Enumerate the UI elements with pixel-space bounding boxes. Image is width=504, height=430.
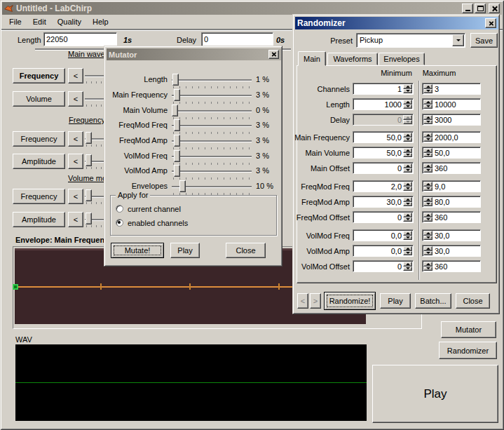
batch-button[interactable]: Batch... (415, 293, 451, 309)
close-icon[interactable] (489, 4, 500, 13)
volmod-frequency-prev-button[interactable]: < (68, 189, 83, 204)
save-button[interactable]: Save (470, 33, 498, 48)
volmod-freq-slider[interactable] (172, 156, 252, 157)
slider-thumb[interactable] (174, 89, 180, 101)
mutator-button[interactable]: Mutator (441, 321, 496, 338)
menu-file[interactable]: File (4, 16, 27, 27)
spinner[interactable] (423, 115, 433, 124)
slider-thumb[interactable] (174, 119, 180, 131)
freqmod-amp-max-field[interactable]: 80,0 (422, 196, 481, 208)
volmod-freq-max-field[interactable]: 30,0 (422, 229, 481, 241)
volmod-amplitude-prev-button[interactable]: < (68, 212, 83, 227)
main-offset-min-field[interactable]: 0 (353, 162, 414, 174)
enabled-channels-label[interactable]: enabled channels (128, 219, 188, 227)
spinner[interactable] (423, 213, 433, 222)
next-preset-button[interactable]: > (310, 293, 321, 309)
slider-thumb[interactable] (172, 74, 179, 86)
menu-quality[interactable]: Quality (52, 16, 87, 27)
spinner[interactable] (403, 197, 412, 206)
spinner[interactable] (403, 213, 412, 222)
spinner[interactable] (403, 100, 412, 109)
enabled-channels-radio[interactable] (116, 219, 123, 227)
volmod-amp-min-field[interactable]: 0,0 (353, 245, 414, 257)
freqmod-amplitude-prev-button[interactable]: < (68, 154, 83, 169)
spinner[interactable] (423, 182, 433, 191)
slider-thumb[interactable] (172, 105, 178, 116)
length-max-field[interactable]: 10000 (422, 98, 481, 110)
mutator-titlebar[interactable]: Mutator (107, 48, 281, 60)
randomizer-button[interactable]: Randomizer (439, 342, 497, 359)
delay-max-field[interactable]: 3000 (422, 114, 481, 126)
spinner[interactable] (403, 231, 412, 240)
slider-thumb[interactable] (174, 135, 180, 147)
spinner[interactable] (423, 262, 433, 271)
randomizer-play-button[interactable]: Play (380, 293, 411, 309)
volmod-freq-min-field[interactable]: 0,0 (353, 229, 414, 241)
menu-help[interactable]: Help (87, 16, 114, 27)
slider-thumb[interactable] (86, 132, 92, 144)
length-input[interactable] (43, 32, 117, 46)
mutator-close-button[interactable]: Close (226, 243, 266, 258)
current-channel-radio[interactable] (116, 205, 123, 213)
slider-thumb[interactable] (174, 165, 180, 177)
main-frequency-prev-button[interactable]: < (68, 68, 83, 83)
current-channel-label[interactable]: current channel (128, 205, 181, 213)
delay-input[interactable] (201, 32, 273, 46)
menu-edit[interactable]: Edit (27, 16, 52, 27)
slider-thumb[interactable] (86, 154, 92, 166)
main-offset-max-field[interactable]: 360 (422, 162, 481, 174)
main-frequency-button[interactable]: Frequency (13, 68, 65, 83)
freqmod-amp-min-field[interactable]: 30,0 (353, 196, 414, 208)
spinner[interactable] (403, 262, 412, 271)
spinner[interactable] (403, 148, 412, 157)
envelope-node[interactable] (13, 284, 18, 290)
volmod-amp-max-field[interactable]: 30,0 (422, 245, 481, 257)
randomize-button[interactable]: Randomize! (324, 292, 376, 310)
main-frequency-min-field[interactable]: 50,0 (353, 131, 414, 143)
channels-min-field[interactable]: 1 (353, 83, 414, 95)
maximize-icon[interactable] (475, 4, 486, 13)
play-button[interactable]: Play (372, 365, 498, 423)
spinner[interactable] (423, 100, 433, 109)
randomizer-close-button[interactable]: Close (456, 293, 490, 309)
volmod-offset-max-field[interactable]: 360 (422, 260, 481, 272)
mutate-button[interactable]: Mutate! (111, 243, 164, 258)
main-volume-button[interactable]: Volume (13, 91, 65, 107)
length-slider[interactable] (172, 79, 252, 81)
volmod-amp-slider[interactable] (172, 170, 252, 172)
length-min-field[interactable]: 1000 (353, 98, 414, 110)
mutator-play-button[interactable]: Play (170, 243, 200, 258)
freqmod-frequency-prev-button[interactable]: < (68, 131, 83, 147)
freqmod-offset-max-field[interactable]: 360 (422, 211, 481, 223)
close-icon[interactable] (485, 18, 496, 28)
spinner[interactable] (403, 133, 412, 142)
spinner[interactable] (423, 231, 433, 240)
main-volume-max-field[interactable]: 50,0 (422, 147, 481, 159)
freqmod-offset-min-field[interactable]: 0 (353, 211, 414, 223)
volmod-offset-min-field[interactable]: 0 (353, 260, 414, 272)
main-volume-min-field[interactable]: 50,0 (353, 147, 414, 159)
channels-max-field[interactable]: 3 (422, 83, 481, 95)
spinner[interactable] (403, 84, 412, 93)
freqmod-freq-max-field[interactable]: 9,0 (422, 180, 481, 192)
slider-thumb[interactable] (179, 180, 186, 192)
spinner[interactable] (423, 246, 433, 255)
prev-preset-button[interactable]: < (297, 293, 308, 309)
tab-envelopes[interactable]: Envelopes (379, 53, 425, 65)
spinner[interactable] (403, 163, 412, 173)
volmod-frequency-button[interactable]: Frequency (13, 189, 65, 204)
chevron-down-icon[interactable] (452, 34, 464, 46)
volmod-amplitude-button[interactable]: Amplitude (13, 212, 65, 227)
freqmod-amplitude-button[interactable]: Amplitude (13, 154, 65, 169)
freqmod-freq-min-field[interactable]: 2,0 (353, 180, 414, 192)
freqmod-amp-slider[interactable] (172, 140, 252, 142)
tab-waveforms[interactable]: Waveforms (327, 53, 378, 65)
preset-combobox[interactable]: Pickup (356, 33, 465, 48)
main-titlebar[interactable]: Untitled - LabChirp (2, 2, 502, 15)
spinner[interactable] (403, 182, 412, 191)
freqmod-freq-slider[interactable] (172, 125, 252, 126)
spinner[interactable] (423, 197, 433, 206)
freqmod-frequency-button[interactable]: Frequency (13, 131, 65, 147)
spinner[interactable] (423, 84, 433, 93)
main-volume-prev-button[interactable]: < (68, 91, 83, 107)
